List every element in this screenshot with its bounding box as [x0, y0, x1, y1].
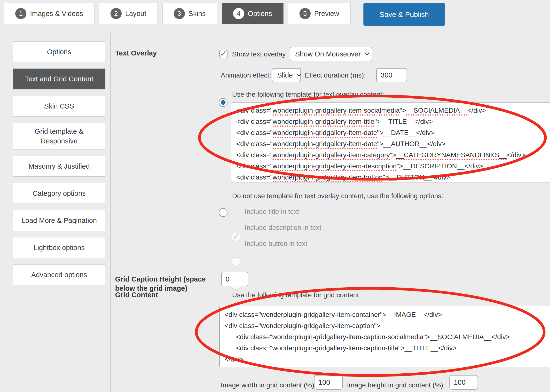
- tab-preview[interactable]: 5Preview: [288, 3, 351, 24]
- effect-duration-label: Effect duration (ms):: [305, 71, 366, 80]
- template-code-line: <div class="wonderplugin-gridgallery-ite…: [236, 149, 548, 161]
- template-code-line: <div class="wonderplugin-gridgallery-ite…: [225, 309, 548, 320]
- image-width-value: 100: [318, 378, 330, 386]
- tab-layout[interactable]: 2Layout: [99, 3, 158, 24]
- image-width-label: Image width in grid content (%):: [221, 381, 316, 390]
- sidebar-item-category-options[interactable]: Category options: [13, 183, 105, 204]
- template-code-line: <div class="wonderplugin-gridgallery-ite…: [225, 320, 548, 331]
- text-overlay-template-textarea[interactable]: <div class="wonderplugin-gridgallery-ite…: [231, 102, 550, 182]
- sidebar-item-masonry-justified[interactable]: Masonry & Justified: [13, 156, 105, 177]
- grid-caption-height-value: 0: [226, 275, 229, 283]
- animation-effect-select[interactable]: Slide: [272, 68, 301, 82]
- sidebar-content-divider: [110, 33, 111, 392]
- panel-left-border: [4, 33, 4, 392]
- tab-number-badge: 1: [15, 8, 26, 19]
- include-option-label-3: Include button in text: [245, 239, 307, 248]
- tab-number-badge: 4: [233, 8, 244, 19]
- options-page: { "tabs": { "items": [ {"number": "1", "…: [0, 0, 550, 392]
- image-height-input[interactable]: 100: [449, 375, 478, 390]
- overlay-display-mode-select[interactable]: Show On Mouseover: [290, 47, 372, 61]
- grid-content-template-textarea[interactable]: <div class="wonderplugin-gridgallery-ite…: [219, 306, 550, 367]
- include-option-label-2: Include description in text: [245, 223, 321, 232]
- effect-duration-value: 300: [381, 71, 392, 79]
- tab-label: Images & Videos: [30, 10, 83, 18]
- tab-skins[interactable]: 3Skins: [162, 3, 217, 24]
- overlay-display-mode-value: Show On Mouseover: [295, 50, 361, 58]
- show-text-overlay-label: Show text overlay: [232, 50, 286, 59]
- sidebar-item-advanced-options[interactable]: Advanced options: [13, 264, 105, 285]
- animation-effect-value: Slide: [277, 71, 293, 79]
- image-height-label: Image height in grid content (%):: [347, 381, 445, 390]
- include-option-checkbox-1[interactable]: ✓: [232, 233, 240, 241]
- template-code-line: <div class="wonderplugin-gridgallery-ite…: [225, 343, 548, 354]
- include-option-label-1: Include title in text: [245, 207, 299, 216]
- panel-top-border: [4, 33, 550, 33]
- chevron-down-icon: [296, 73, 302, 77]
- wizard-tabbar: 1Images & Videos2Layout3Skins4Options5Pr…: [4, 3, 445, 26]
- include-option-checkbox-2[interactable]: ✓: [232, 257, 240, 265]
- template-code-line: <div class="wonderplugin-gridgallery-ite…: [236, 172, 548, 182]
- tab-label: Skins: [189, 10, 206, 18]
- template-code-line: </div>: [225, 354, 548, 365]
- tab-number-badge: 5: [299, 8, 311, 19]
- check-icon: ✓: [220, 49, 227, 58]
- use-template-radio[interactable]: [219, 98, 228, 107]
- template-code-line: <div class="wonderplugin-gridgallery-ite…: [236, 116, 548, 127]
- tab-label: Preview: [314, 10, 339, 18]
- tab-number-badge: 3: [174, 8, 185, 19]
- no-template-radio[interactable]: [219, 208, 228, 217]
- sidebar-item-lightbox-options[interactable]: Lightbox options: [13, 237, 105, 258]
- template-code-line: <div class="wonderplugin-gridgallery-ite…: [236, 105, 548, 116]
- grid-caption-height-input[interactable]: 0: [221, 272, 248, 286]
- options-sidebar: OptionsText and Grid ContentSkin CSSGrid…: [13, 41, 105, 291]
- template-code-line: <div class="wonderplugin-gridgallery-ite…: [225, 331, 548, 343]
- tab-number-badge: 2: [110, 8, 122, 19]
- use-template-radio-label: Use the following template for text over…: [232, 90, 384, 99]
- sidebar-item-grid-template-responsive[interactable]: Grid template & Responsive: [13, 123, 105, 149]
- image-height-value: 100: [454, 378, 465, 386]
- sidebar-item-load-more-pagination[interactable]: Load More & Pagination: [13, 210, 105, 231]
- tab-options[interactable]: 4Options: [222, 3, 283, 24]
- tab-images-videos[interactable]: 1Images & Videos: [4, 3, 94, 24]
- template-code-line: <div class="wonderplugin-gridgallery-ite…: [236, 138, 548, 149]
- sidebar-item-skin-css[interactable]: Skin CSS: [13, 96, 105, 117]
- chevron-down-icon: [364, 52, 370, 56]
- show-text-overlay-checkbox[interactable]: ✓: [219, 50, 228, 58]
- tab-label: Layout: [125, 10, 146, 18]
- effect-duration-input[interactable]: 300: [376, 68, 407, 82]
- sidebar-item-options[interactable]: Options: [13, 41, 105, 62]
- use-grid-template-label: Use the following template for grid cont…: [232, 291, 361, 299]
- sidebar-item-text-and-grid-content[interactable]: Text and Grid Content: [13, 69, 105, 89]
- check-icon: ✓: [233, 232, 240, 241]
- animation-effect-label: Animation effect:: [221, 71, 271, 80]
- text-overlay-section-label: Text Overlay: [115, 48, 157, 58]
- tab-label: Options: [248, 10, 272, 18]
- save-publish-button[interactable]: Save & Publish: [363, 3, 445, 26]
- template-code-line: <div class="wonderplugin-gridgallery-ite…: [236, 161, 548, 172]
- image-width-input[interactable]: 100: [314, 375, 343, 390]
- no-template-radio-label: Do not use template for text overlay con…: [232, 192, 443, 200]
- template-code-line: <div class="wonderplugin-gridgallery-ite…: [236, 127, 548, 138]
- grid-content-section-label: Grid Content: [115, 290, 158, 299]
